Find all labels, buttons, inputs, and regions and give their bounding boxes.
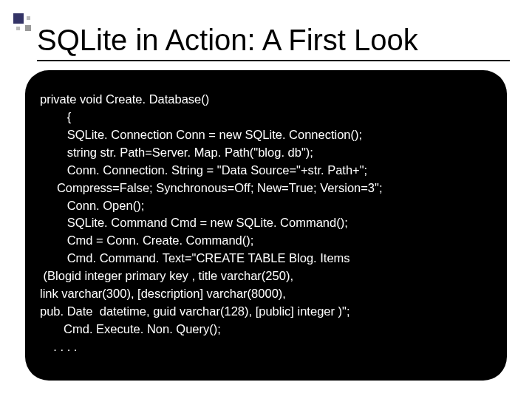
code-line: string str. Path=Server. Map. Path("blog… <box>40 144 492 162</box>
code-panel: private void Create. Database() { SQLite… <box>25 70 507 381</box>
code-line: SQLite. Command Cmd = new SQLite. Comman… <box>40 214 492 232</box>
code-line: Compress=False; Synchronous=Off; New=Tru… <box>40 180 492 197</box>
code-line: (Blogid integer primary key , title varc… <box>40 267 492 285</box>
code-line: pub. Date datetime, guid varchar(128), [… <box>40 303 492 321</box>
code-line: Cmd = Conn. Create. Command(); <box>40 232 492 250</box>
code-line: Cmd. Command. Text="CREATE TABLE Blog. I… <box>40 250 492 267</box>
code-line: { <box>40 109 492 126</box>
slide-title: SQLite in Action: A First Look <box>37 24 510 61</box>
code-line: Cmd. Execute. Non. Query(); <box>40 321 492 338</box>
code-line: SQLite. Connection Conn = new SQLite. Co… <box>40 126 492 144</box>
code-line: link varchar(300), [description] varchar… <box>40 285 492 303</box>
code-line: Conn. Connection. String = "Data Source=… <box>40 162 492 180</box>
code-line: . . . . <box>40 338 492 356</box>
code-line: Conn. Open(); <box>40 197 492 215</box>
code-line: private void Create. Database() <box>40 91 492 109</box>
